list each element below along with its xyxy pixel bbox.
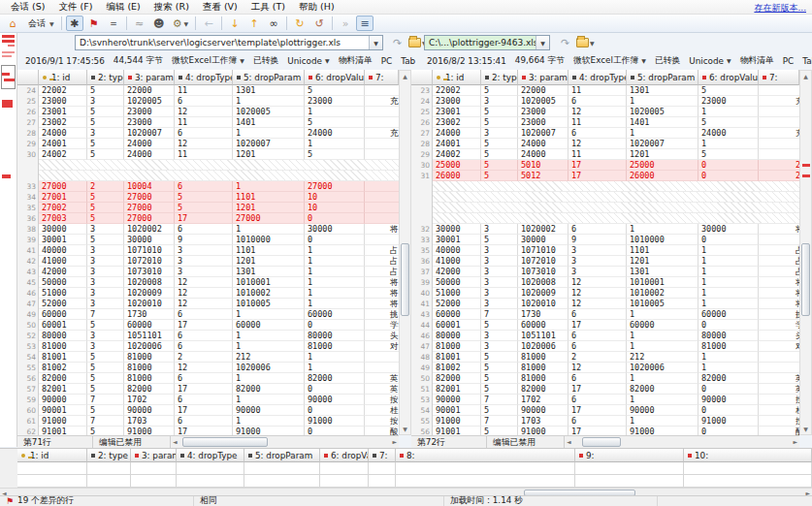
table-row[interactable]: 50820005810006182000英	[411, 373, 799, 384]
cell[interactable]: 10	[305, 192, 365, 203]
cell[interactable]: 1	[698, 107, 759, 117]
detail-column-header-4[interactable]: 4: dropType	[177, 449, 244, 462]
cell[interactable]: 81000	[124, 352, 175, 363]
cell[interactable]: 27000	[124, 192, 175, 203]
table-row[interactable]: 629100159100017910000酸	[17, 427, 399, 435]
cell[interactable]: 英	[759, 373, 799, 384]
table-row[interactable]: 362700352700017270000	[17, 213, 399, 224]
cell[interactable]: 91000	[518, 427, 568, 435]
cell[interactable]: 5	[698, 149, 759, 160]
table-row[interactable]: 28240015240001210200071	[411, 139, 799, 149]
cell[interactable]: 0	[305, 405, 365, 416]
table-row[interactable]	[411, 203, 799, 213]
column-header-5[interactable]: 5: dropParam	[233, 70, 305, 85]
cell[interactable]: 5	[481, 171, 518, 181]
cell[interactable]: 6	[568, 416, 627, 427]
detail-column-header-8[interactable]: 8:	[396, 449, 575, 462]
cell[interactable]: 5	[87, 192, 124, 203]
cell[interactable]	[759, 107, 799, 117]
cell[interactable]: 17	[568, 160, 627, 171]
cell[interactable]: 5012	[518, 171, 568, 181]
cell[interactable]: 挑	[365, 309, 399, 320]
table-row[interactable]: 609000159000017900000桂	[17, 405, 399, 416]
cell[interactable]: 5	[481, 363, 518, 373]
cell[interactable]: 1020006	[627, 363, 698, 373]
cell[interactable]	[759, 352, 799, 363]
next-difference-button[interactable]: ↓	[226, 16, 244, 31]
cell[interactable]: 6	[175, 181, 233, 192]
format-button[interactable]: ☻	[150, 16, 168, 31]
scroll-down-icon[interactable]: ▼	[801, 425, 810, 433]
cell[interactable]: 60000	[233, 320, 305, 331]
cell[interactable]: 3	[87, 267, 124, 277]
cell[interactable]: 1010005	[233, 299, 305, 309]
cell[interactable]: 2	[759, 160, 799, 171]
table-row[interactable]: 29240015240001210200071	[17, 139, 399, 149]
cell[interactable]: 82000	[627, 384, 698, 395]
cell[interactable]: 24000	[124, 139, 175, 149]
table-row[interactable]	[411, 213, 799, 224]
cell[interactable]: 1	[627, 331, 698, 341]
left-path-dropdown-icon[interactable]: ▼	[369, 36, 382, 49]
cell[interactable]: 1020009	[124, 288, 175, 299]
cell[interactable]: 17	[175, 320, 233, 331]
cell[interactable]: 17	[568, 171, 627, 181]
table-row[interactable]: 3230000310200026130000将	[411, 224, 799, 235]
right-scroll-thumb[interactable]	[801, 243, 810, 316]
cell[interactable]: 9	[568, 235, 627, 245]
cell[interactable]: 1	[233, 395, 305, 405]
column-header-3[interactable]: 3: param	[518, 70, 568, 85]
cell[interactable]: 22000	[518, 85, 568, 96]
expand-button[interactable]: »	[337, 16, 354, 31]
cell[interactable]: 5	[481, 427, 518, 435]
cell[interactable]: 81002	[433, 363, 481, 373]
cell[interactable]: 1	[627, 128, 698, 139]
cell[interactable]: 91001	[433, 427, 481, 435]
cell[interactable]: 81000	[124, 363, 175, 373]
cell[interactable]: 91000	[698, 416, 759, 427]
cell[interactable]: 1201	[627, 149, 698, 160]
cell[interactable]: 82001	[433, 384, 481, 395]
cell[interactable]: 30000	[698, 224, 759, 235]
cell[interactable]: 25000	[433, 160, 481, 171]
cell[interactable]: 81001	[39, 352, 87, 363]
cell[interactable]: 1	[627, 416, 698, 427]
table-row[interactable]: 488100158100022121	[411, 352, 799, 363]
cell[interactable]: 1	[233, 128, 305, 139]
cell[interactable]: 6	[568, 395, 627, 405]
cell[interactable]: 占	[759, 256, 799, 267]
cell[interactable]: 27000	[305, 181, 365, 192]
cell[interactable]: 1	[305, 139, 365, 149]
cell[interactable]: 23002	[39, 117, 87, 128]
cell[interactable]	[365, 181, 399, 192]
cell[interactable]: 90000	[698, 395, 759, 405]
menu-0[interactable]: 会话 (S)	[4, 0, 51, 15]
cell[interactable]: 充	[365, 128, 399, 139]
table-row[interactable]: 29240025240001112015	[411, 149, 799, 160]
cell[interactable]: 6	[568, 373, 627, 384]
cell[interactable]: 1071010	[124, 245, 175, 256]
cell[interactable]: 2	[568, 352, 627, 363]
cell[interactable]: 充	[759, 128, 799, 139]
cell[interactable]: 30000	[433, 224, 481, 235]
cell[interactable]: 学	[759, 320, 799, 331]
cell[interactable]: 1	[233, 181, 305, 192]
cell[interactable]: 1	[233, 416, 305, 427]
cell[interactable]: 23000	[305, 96, 365, 107]
column-header-1[interactable]: 1: id	[39, 70, 87, 85]
right-browse-dropdown-icon[interactable]: ▼	[590, 40, 595, 47]
cell[interactable]: 1101	[627, 245, 698, 256]
table-row[interactable]: 548100158100022121	[17, 352, 399, 363]
cell[interactable]: 42000	[433, 267, 481, 277]
table-row[interactable]: 26230015230001210200051	[17, 107, 399, 117]
cell[interactable]: 80000	[698, 331, 759, 341]
cell[interactable]: 6	[175, 96, 233, 107]
cell[interactable]: 212	[627, 352, 698, 363]
cell[interactable]: 1020005	[233, 107, 305, 117]
cell[interactable]: 5	[698, 117, 759, 128]
cell[interactable]: 90000	[518, 405, 568, 416]
cell[interactable]: 81000	[518, 373, 568, 384]
cell[interactable]: 30000	[518, 235, 568, 245]
cell[interactable]	[759, 117, 799, 128]
cell[interactable]: 1020002	[518, 224, 568, 235]
